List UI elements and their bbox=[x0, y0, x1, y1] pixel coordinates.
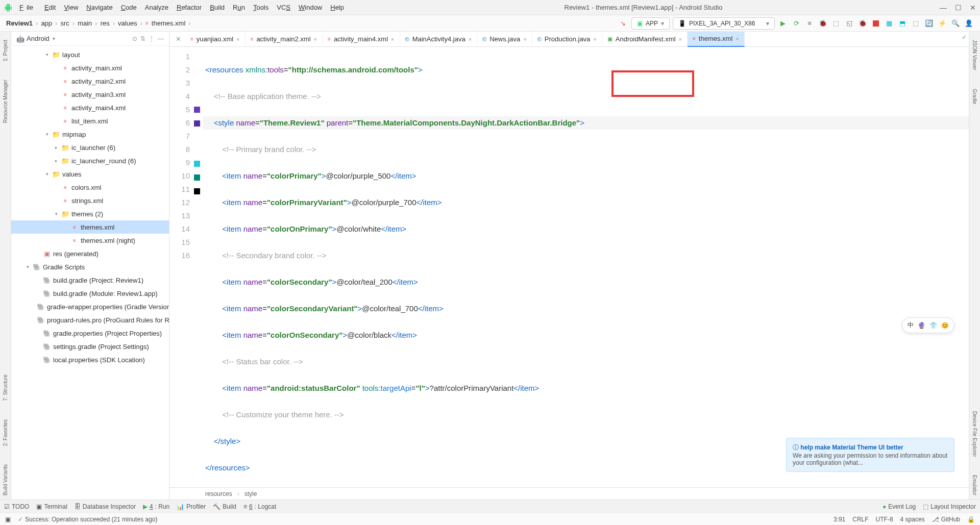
tab-yuanjiao[interactable]: ≡yuanjiao.xml× bbox=[185, 32, 246, 47]
filter-icon[interactable]: ⇅ bbox=[140, 35, 145, 42]
file-themes[interactable]: ≡themes.xml bbox=[11, 220, 169, 234]
menu-vcs[interactable]: VCS bbox=[274, 2, 293, 13]
stop-button[interactable] bbox=[871, 18, 881, 29]
folder-res-generated[interactable]: ▣res (generated) bbox=[11, 247, 169, 260]
editor-breadcrumb[interactable]: resources›style bbox=[169, 487, 969, 499]
file-activity-main2[interactable]: ≡activity_main2.xml bbox=[11, 74, 169, 88]
debug-attach-icon[interactable]: 🐞 bbox=[857, 18, 868, 29]
rail-resource-manager[interactable]: Resource Manager bbox=[2, 76, 9, 127]
file-local-properties[interactable]: 🐘local.properties (SDK Location) bbox=[11, 353, 169, 366]
file-strings[interactable]: ≡strings.xml bbox=[11, 194, 169, 207]
breadcrumb[interactable]: Review1› app› src› main› res› values› ≡ … bbox=[6, 19, 618, 27]
rail-project[interactable]: 1: Project bbox=[2, 36, 9, 65]
tab-activity-main4[interactable]: ≡activity_main4.xml× bbox=[323, 32, 400, 47]
rail-structure[interactable]: 7: Structure bbox=[2, 370, 9, 405]
status-git[interactable]: GitHub bbox=[932, 516, 960, 523]
menu-tools[interactable]: Tools bbox=[250, 2, 272, 13]
device-dropdown[interactable]: 📱PIXEL_3A_API_30_X86▾ bbox=[673, 17, 775, 30]
file-activity-main[interactable]: ≡activity_main.xml bbox=[11, 61, 169, 74]
menu-edit[interactable]: Edit bbox=[41, 2, 59, 13]
debug-button[interactable]: 🐞 bbox=[818, 18, 828, 29]
search-icon[interactable]: 🔍 bbox=[950, 18, 961, 29]
menu-code[interactable]: Code bbox=[118, 2, 140, 13]
avd-manager-icon[interactable]: ▦ bbox=[884, 18, 894, 29]
file-settings-gradle[interactable]: 🐘settings.gradle (Project Settings) bbox=[11, 340, 169, 353]
notification-toast[interactable]: ⓘ help make Material Theme UI better We … bbox=[786, 438, 954, 472]
folder-ic-launcher-round[interactable]: ▸📁ic_launcher_round (6) bbox=[11, 154, 169, 167]
tab-layout-inspector[interactable]: ⬚ Layout Inspector bbox=[923, 503, 976, 510]
maximize-button[interactable]: ☐ bbox=[955, 4, 962, 12]
code-content[interactable]: <resources xmlns:tools="http://schemas.a… bbox=[203, 47, 969, 487]
back-arrow-icon[interactable]: ↘ bbox=[618, 18, 628, 29]
file-proguard[interactable]: 🐘proguard-rules.pro (ProGuard Rules for … bbox=[11, 313, 169, 327]
sidebar-view-title[interactable]: Android bbox=[27, 35, 50, 42]
status-position[interactable]: 3:91 bbox=[834, 516, 845, 523]
run-config-dropdown[interactable]: ▣APP▾ bbox=[631, 17, 670, 30]
folder-layout[interactable]: ▾📁layout bbox=[11, 48, 169, 61]
rail-json-viewer[interactable]: JSON Viewer bbox=[971, 36, 978, 74]
file-list-item[interactable]: ≡list_item.xml bbox=[11, 114, 169, 128]
tab-themes[interactable]: ≡themes.xml× bbox=[688, 32, 745, 47]
user-icon[interactable]: 👤 bbox=[964, 18, 974, 29]
debug-list-icon[interactable]: ≡ bbox=[804, 18, 815, 29]
assistant-icon[interactable]: ⚡ bbox=[937, 18, 947, 29]
file-gradle-properties[interactable]: 🐘gradle.properties (Project Properties) bbox=[11, 327, 169, 340]
folder-mipmap[interactable]: ▾📁mipmap bbox=[11, 128, 169, 141]
status-encoding[interactable]: UTF-8 bbox=[876, 516, 893, 523]
ime-float[interactable]: 中🔮👕😊 bbox=[902, 317, 954, 333]
tab-run[interactable]: ▶ 4: 4: RunRun bbox=[143, 503, 169, 510]
status-eol[interactable]: CRLF bbox=[852, 516, 868, 523]
run-button[interactable]: ▶ bbox=[778, 18, 788, 29]
tab-build[interactable]: 🔨 Build bbox=[213, 503, 236, 510]
folder-themes[interactable]: ▾📁themes (2) bbox=[11, 207, 169, 220]
code-editor[interactable]: 12345678910111213141516 <resources xmlns… bbox=[169, 47, 969, 487]
tab-production[interactable]: ©Production.java× bbox=[532, 32, 602, 47]
coverage-icon[interactable]: ⬚ bbox=[831, 18, 841, 29]
close-button[interactable]: ✕ bbox=[970, 4, 976, 12]
file-themes-night[interactable]: ≡themes.xml (night) bbox=[11, 234, 169, 247]
file-colors[interactable]: ≡colors.xml bbox=[11, 181, 169, 194]
status-lock-icon[interactable]: 🔒 bbox=[967, 516, 975, 523]
tab-event-log[interactable]: ● Event Log bbox=[883, 503, 916, 510]
tab-logcat[interactable]: ≡ 6: Logcat6: Logcat bbox=[243, 503, 276, 510]
sdk-manager-icon[interactable]: ⬒ bbox=[897, 18, 908, 29]
folder-ic-launcher[interactable]: ▸📁ic_launcher (6) bbox=[11, 141, 169, 154]
rail-build-variants[interactable]: Build Variants bbox=[2, 460, 9, 499]
file-activity-main4[interactable]: ≡activity_main4.xml bbox=[11, 101, 169, 114]
menu-build[interactable]: Build bbox=[207, 2, 228, 13]
rail-favorites[interactable]: 2: Favorites bbox=[2, 415, 9, 450]
menu-help[interactable]: Help bbox=[327, 2, 347, 13]
menu-analyze[interactable]: Analyze bbox=[142, 2, 172, 13]
tab-news[interactable]: ©News.java× bbox=[477, 32, 532, 47]
menu-file[interactable]: File bbox=[16, 2, 39, 13]
tab-activity-main2[interactable]: ≡activity_main2.xml× bbox=[246, 32, 323, 47]
menu-navigate[interactable]: Navigate bbox=[83, 2, 115, 13]
profiler-icon[interactable]: ◱ bbox=[844, 18, 854, 29]
resource-manager-icon[interactable]: ⬚ bbox=[911, 18, 921, 29]
status-tool-icon[interactable]: ▣ bbox=[5, 516, 11, 523]
tab-close-left[interactable]: ✕ bbox=[172, 35, 185, 43]
rail-device-explorer[interactable]: Device File Explorer bbox=[971, 407, 978, 461]
tab-database[interactable]: 🗄 Database Inspector bbox=[75, 503, 136, 510]
status-indent[interactable]: 4 spaces bbox=[900, 516, 925, 523]
file-gradle-wrapper[interactable]: 🐘gradle-wrapper.properties (Gradle Versi… bbox=[11, 300, 169, 313]
hide-icon[interactable]: — bbox=[158, 35, 164, 42]
tab-terminal[interactable]: ▣ Terminal bbox=[36, 503, 67, 510]
rail-gradle[interactable]: Gradle bbox=[971, 85, 978, 108]
sync-gradle-icon[interactable]: 🔄 bbox=[924, 18, 934, 29]
file-build-gradle-module[interactable]: 🐘build.gradle (Module: Review1.app) bbox=[11, 287, 169, 300]
folder-gradle-scripts[interactable]: ▾🐘Gradle Scripts bbox=[11, 260, 169, 273]
target-icon[interactable]: ⊙ bbox=[132, 35, 137, 42]
apply-changes-icon[interactable]: ⟳ bbox=[791, 18, 801, 29]
folder-values[interactable]: ▾📁values bbox=[11, 167, 169, 181]
tab-mainactivity4[interactable]: ©MainActivity4.java× bbox=[400, 32, 478, 47]
rail-emulator[interactable]: Emulator bbox=[971, 471, 978, 499]
menu-window[interactable]: Window bbox=[296, 2, 325, 13]
tab-manifest[interactable]: ▣AndroidManifest.xml× bbox=[602, 32, 688, 47]
menu-view[interactable]: View bbox=[61, 2, 81, 13]
menu-refactor[interactable]: Refactor bbox=[174, 2, 205, 13]
minimize-button[interactable]: — bbox=[940, 4, 947, 12]
menu-run[interactable]: Run bbox=[230, 2, 248, 13]
tab-profiler[interactable]: 📊 Profiler bbox=[177, 503, 206, 510]
file-build-gradle-project[interactable]: 🐘build.gradle (Project: Review1) bbox=[11, 273, 169, 287]
